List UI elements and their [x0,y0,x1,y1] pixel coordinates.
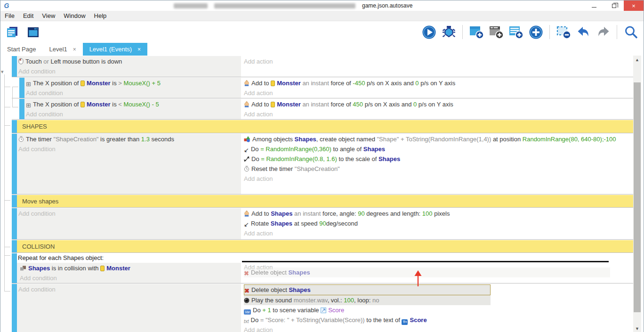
add-subevent-icon[interactable] [508,24,524,40]
text-segment: The X position of [33,101,80,108]
text-segment: Monster [106,265,130,272]
add-action-placeholder[interactable]: Add action [244,325,633,332]
redo-icon[interactable] [595,24,611,40]
force-icon [244,80,250,86]
text-segment: Add action [244,111,273,118]
add-event-icon[interactable] [468,24,484,40]
text-segment: is [111,80,119,87]
add-action-placeholder[interactable]: Add action [244,228,633,238]
scrollbar-thumb[interactable] [634,82,641,312]
remove-event-icon[interactable] [555,24,572,40]
scale-icon [244,156,250,162]
condition[interactable]: ⊞The X position of Monster is < MouseX()… [26,99,240,109]
action[interactable]: ↙Do = RandomInRange(0,360) to angle of S… [244,144,633,154]
text-segment: Add to [251,80,271,87]
text-segment: p/s on X axis and [365,80,415,87]
action[interactable]: ↙Rotate Shapes at speed 90deg/second [244,219,633,228]
clock-icon [18,136,24,142]
event-highlight-bar[interactable] [12,56,17,77]
tab-start-page[interactable]: Start Page [0,43,42,56]
add-action-placeholder[interactable]: Add action [244,109,633,119]
project-manager-icon[interactable] [4,24,20,40]
play-icon[interactable] [421,24,437,40]
scrollbar-down-button[interactable]: ▼ [633,324,641,332]
event-highlight-bar[interactable] [19,99,24,119]
action[interactable]: Play the sound monster.wav, vol.: 100, l… [244,295,491,305]
undo-icon[interactable] [575,24,591,40]
comment-block: Move shapes [12,195,634,208]
comment-label[interactable]: Move shapes [17,195,634,207]
text-segment: , create object named [316,136,377,143]
tab-level1[interactable]: Level1× [42,43,82,56]
add-condition-placeholder[interactable]: Add condition [18,284,240,294]
text-segment: Shapes [289,286,310,293]
add-action-placeholder[interactable]: Add action [244,174,633,184]
condition[interactable]: ⊞The X position of Monster is > MouseX()… [26,78,240,88]
add-condition-placeholder[interactable]: Add condition [20,273,240,283]
add-condition-placeholder[interactable]: Add condition [26,109,240,119]
menu-item-file[interactable]: File [0,11,19,21]
event-highlight-bar[interactable] [12,134,17,194]
action[interactable]: txtDo = "Score: " + ToString(Variable(Sc… [244,315,633,325]
event-highlight-bar[interactable] [12,240,17,252]
action[interactable]: ✖Delete object Shapes [244,284,491,295]
event-highlight-bar[interactable] [12,253,17,283]
comment-label[interactable]: SHAPES [17,120,634,133]
var-icon: Var [244,309,251,315]
tab-close-icon[interactable]: × [137,46,141,53]
scene-editor-icon[interactable] [25,24,41,40]
event-highlight-bar[interactable] [12,208,17,239]
add-action-placeholder[interactable]: Add action [244,57,633,66]
add-circle-icon[interactable] [528,24,544,40]
menu-item-help[interactable]: Help [90,11,111,21]
text-segment: deg/second [326,220,358,227]
event-highlight-bar[interactable] [12,120,17,133]
text-segment: 90 [358,210,364,217]
toolbar-separator [462,25,463,39]
text-segment: monster.wav [294,297,328,304]
text-segment: Reset the timer [251,165,295,172]
tab-close-icon[interactable]: × [73,46,76,53]
action[interactable]: Among objects Shapes, create object name… [244,134,633,144]
comment-label[interactable]: COLLISION [17,240,634,252]
menu-item-view[interactable]: View [38,11,59,21]
add-condition-placeholder[interactable]: Add condition [18,66,240,76]
event-highlight-bar[interactable] [19,78,24,98]
maximize-button[interactable] [604,0,624,11]
debug-icon[interactable] [441,24,457,40]
text-segment: = RandomInRange(0.8, 1.6) [261,155,337,162]
add-action-placeholder[interactable]: Add action [244,88,633,98]
minimize-button[interactable] [584,0,604,11]
condition[interactable]: Shapes is in collision with Monster [20,263,240,273]
text-segment: Left mouse button is down [50,58,122,65]
action[interactable]: Add to Shapes an instant force, angle: 9… [244,209,633,219]
event-highlight-bar[interactable] [12,195,17,207]
tree-guide-line [4,200,10,201]
tab-level1-events-[interactable]: Level1 (Events)× [83,43,147,56]
close-button[interactable]: × [624,0,644,11]
add-condition-placeholder[interactable]: Add condition [18,209,240,219]
collapse-arrow-icon[interactable]: ▾ [1,69,4,75]
event-highlight-bar[interactable] [12,284,17,332]
clock-icon [244,166,250,172]
menu-item-window[interactable]: Window [59,11,89,21]
vertical-scrollbar[interactable]: ▲ ▼ [633,56,641,332]
text-segment: 100 [422,210,433,217]
text-segment: Add condition [20,275,57,282]
action[interactable]: Reset the timer "ShapeCreation" [244,164,633,174]
menu-item-edit[interactable]: Edit [19,11,38,21]
add-condition-placeholder[interactable]: Add condition [18,144,240,154]
text-segment: Monster [277,80,301,87]
action[interactable]: Add to Monster an instant force of -450 … [244,78,633,88]
condition[interactable]: Touch or Left mouse button is down [18,57,240,66]
text-segment: Add action [244,326,273,332]
scrollbar-up-button[interactable]: ▲ [633,56,641,64]
add-condition-placeholder[interactable]: Add condition [26,88,240,98]
action[interactable]: Add to Monster an instant force of 450 p… [244,99,633,109]
condition[interactable]: The timer "ShapeCreation" is greater tha… [18,134,240,144]
action[interactable]: VarDo + 1 to scene variable Score [244,305,633,315]
action[interactable]: Do = RandomInRange(0.8, 1.6) to the scal… [244,154,633,164]
search-icon[interactable] [623,24,639,40]
conditions-cell: Add condition [17,284,242,332]
add-comment-icon[interactable] [488,24,504,40]
